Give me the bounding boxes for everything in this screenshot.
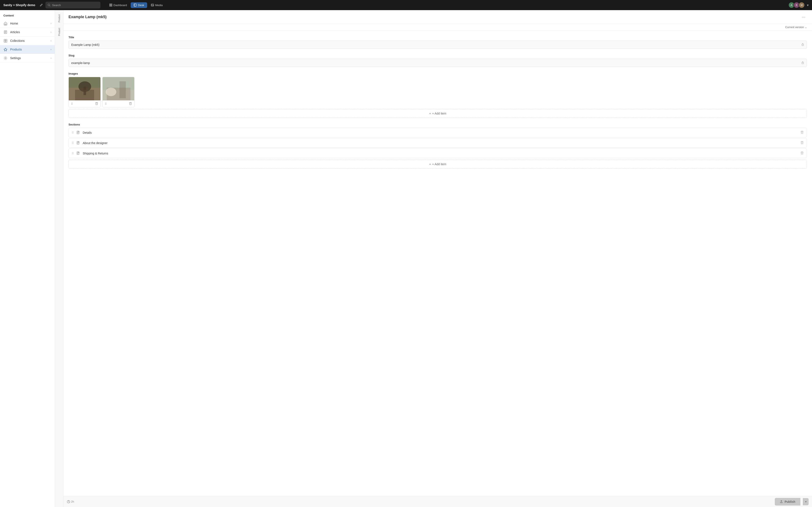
sidebar: Content Home › Articles › Collections ›	[0, 10, 55, 507]
section-name-designer: About the designer	[83, 141, 798, 145]
version-label[interactable]: Current version ⌄	[785, 25, 807, 29]
svg-point-7	[152, 5, 152, 5]
plus-icon-section: +	[429, 162, 431, 166]
chevron-right-icon: ›	[51, 48, 51, 51]
app-logo: Sanity + Shopify demo	[3, 3, 35, 7]
doc-icon-shipping	[77, 152, 80, 155]
title-field-label: Title	[68, 36, 807, 39]
section-row-shipping[interactable]: ⠿ Shipping & Returns	[68, 149, 807, 158]
chevron-right-icon: ›	[51, 39, 51, 42]
chevron-right-icon: ›	[51, 22, 51, 25]
upload-icon	[67, 500, 70, 503]
image-toolbar-1: ⠿	[69, 100, 100, 107]
chevron-down-icon-publish: ▾	[805, 500, 807, 503]
sections-field-group: Sections ⠿ Details	[68, 123, 807, 169]
tab-product-1[interactable]: Product	[56, 12, 62, 25]
section-row-details[interactable]: ⠿ Details	[68, 128, 807, 137]
sidebar-label-articles: Articles	[10, 31, 48, 34]
drag-handle-section-3[interactable]: ⠿	[72, 152, 74, 155]
main-layout: Content Home › Articles › Collections ›	[0, 10, 812, 507]
editor-title: Example Lamp (mk5)	[68, 15, 800, 19]
editor-header: Example Lamp (mk5) ⋯	[63, 10, 812, 24]
topbar: Sanity + Shopify demo Search Dashboard D…	[0, 0, 812, 10]
clock-area: 2h	[67, 500, 74, 503]
sections-list: ⠿ Details ⠿	[68, 128, 807, 158]
section-row-designer[interactable]: ⠿ About the designer	[68, 138, 807, 148]
chevron-down-icon[interactable]: ▾	[807, 3, 809, 7]
publish-chevron-button[interactable]: ▾	[803, 498, 809, 505]
svg-rect-26	[119, 81, 126, 98]
image-card-2: ⠿	[102, 77, 135, 107]
svg-rect-11	[5, 39, 7, 41]
svg-rect-4	[111, 5, 112, 6]
slug-input[interactable]: example-lamp	[68, 59, 807, 67]
sidebar-header: Content	[0, 10, 55, 19]
image-toolbar-2: ⠿	[103, 100, 134, 107]
sidebar-item-products[interactable]: Products ›	[0, 45, 55, 54]
products-icon	[3, 47, 8, 52]
drag-handle-2[interactable]: ⠿	[105, 102, 107, 106]
nav-desk[interactable]: Desk	[131, 2, 147, 8]
sidebar-label-home: Home	[10, 22, 48, 25]
editor-body: Title Example Lamp (mk5) Slug example-la…	[63, 31, 812, 507]
sidebar-label-collections: Collections	[10, 39, 48, 43]
nav-dashboard[interactable]: Dashboard	[106, 2, 130, 8]
delete-section-details-button[interactable]	[800, 130, 804, 134]
section-name-shipping: Shipping & Returns	[83, 152, 798, 155]
version-bar: Current version ⌄	[63, 24, 812, 31]
collections-icon	[3, 39, 8, 43]
edit-icon[interactable]	[40, 3, 43, 7]
search-bar[interactable]: Search	[45, 2, 100, 8]
lock-icon-slug	[801, 61, 804, 65]
delete-section-designer-button[interactable]	[800, 141, 804, 145]
delete-image-2-button[interactable]	[129, 102, 132, 106]
svg-point-14	[5, 58, 6, 59]
doc-icon-details	[77, 131, 80, 134]
sidebar-item-collections[interactable]: Collections ›	[0, 37, 55, 45]
drag-handle-section-2[interactable]: ⠿	[72, 141, 74, 145]
tab-strip: Product Product	[55, 10, 63, 507]
image-thumb-2	[103, 77, 134, 100]
image-card-1: ⠿	[68, 77, 101, 107]
more-options-button[interactable]: ⋯	[800, 13, 807, 20]
bottom-bar: 2h Publish ▾	[63, 496, 812, 507]
drag-handle-1[interactable]: ⠿	[71, 102, 73, 106]
svg-rect-3	[109, 5, 111, 6]
svg-rect-2	[111, 4, 112, 5]
svg-point-27	[106, 88, 116, 96]
avatar-group: A B M	[788, 2, 805, 8]
tab-product-2[interactable]: Product	[56, 25, 62, 39]
slug-field-group: Slug example-lamp	[68, 54, 807, 67]
slug-field-label: Slug	[68, 54, 807, 57]
time-label: 2h	[71, 500, 74, 503]
drag-handle-section-1[interactable]: ⠿	[72, 131, 74, 134]
articles-icon	[3, 30, 8, 34]
avatar-me[interactable]: M	[799, 2, 805, 8]
nav-media[interactable]: Media	[148, 2, 165, 8]
delete-section-shipping-button[interactable]	[800, 151, 804, 155]
svg-rect-10	[4, 39, 5, 41]
sidebar-item-home[interactable]: Home ›	[0, 19, 55, 28]
settings-icon	[3, 56, 8, 60]
add-image-button[interactable]: + + Add item	[68, 109, 807, 118]
sidebar-item-articles[interactable]: Articles ›	[0, 28, 55, 37]
images-field-label: Images	[68, 72, 807, 75]
publish-icon	[780, 500, 783, 503]
images-grid: ⠿	[68, 77, 807, 107]
plus-icon: +	[429, 112, 431, 115]
svg-rect-5	[134, 4, 136, 6]
title-input[interactable]: Example Lamp (mk5)	[68, 41, 807, 49]
publish-button[interactable]: Publish	[775, 498, 800, 506]
svg-rect-12	[4, 41, 5, 42]
search-placeholder: Search	[52, 4, 61, 7]
sidebar-item-settings[interactable]: Settings ›	[0, 54, 55, 62]
lock-icon	[801, 43, 804, 47]
svg-rect-15	[802, 44, 804, 46]
home-icon	[3, 21, 8, 25]
chevron-right-icon: ›	[51, 31, 51, 34]
topbar-nav: Dashboard Desk Media	[106, 2, 166, 8]
add-section-button[interactable]: + + Add item	[68, 160, 807, 169]
svg-rect-1	[109, 4, 111, 5]
section-name-details: Details	[83, 131, 798, 134]
delete-image-1-button[interactable]	[95, 102, 98, 106]
